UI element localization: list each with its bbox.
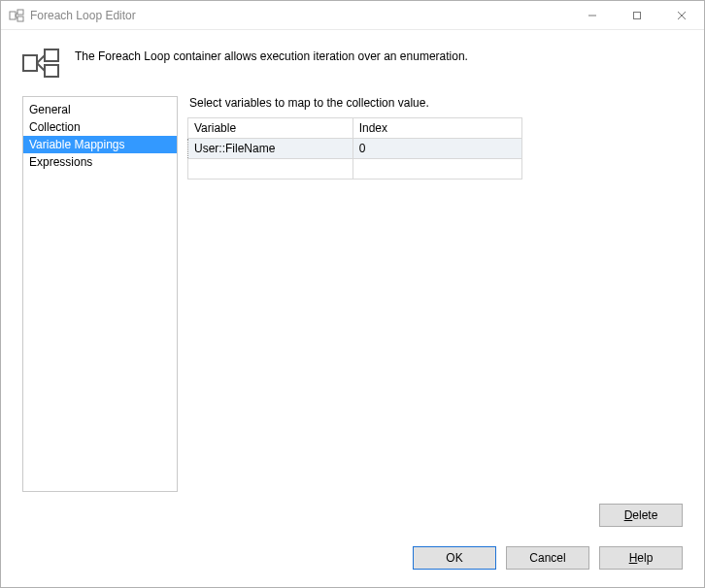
- header-description: The Foreach Loop container allows execut…: [75, 48, 468, 63]
- cell-variable[interactable]: User::FileName: [188, 139, 353, 159]
- dialog-window: Foreach Loop Editor The Foreach L: [0, 0, 705, 588]
- delete-button-rest: elete: [632, 508, 657, 522]
- titlebar: Foreach Loop Editor: [1, 1, 704, 30]
- help-button[interactable]: Help: [599, 546, 683, 570]
- cell-blank-index[interactable]: .: [352, 159, 521, 180]
- foreach-icon: [22, 48, 61, 79]
- svg-rect-10: [45, 49, 58, 61]
- svg-rect-0: [10, 12, 16, 19]
- grid-new-row[interactable]: . .: [188, 159, 522, 180]
- svg-rect-9: [23, 55, 37, 71]
- delete-button-row: Delete: [1, 498, 704, 531]
- close-button[interactable]: [659, 1, 704, 29]
- delete-button[interactable]: Delete: [599, 504, 683, 527]
- minimize-button[interactable]: [570, 1, 615, 29]
- dialog-body: General Collection Variable Mappings Exp…: [1, 86, 704, 498]
- col-header-index[interactable]: Index: [352, 118, 521, 139]
- nav-panel: General Collection Variable Mappings Exp…: [22, 96, 178, 492]
- grid-row[interactable]: User::FileName 0: [188, 139, 522, 159]
- instruction-label: Select variables to map to the collectio…: [187, 96, 683, 117]
- svg-rect-2: [17, 16, 23, 21]
- header-area: The Foreach Loop container allows execut…: [1, 30, 704, 86]
- dialog-footer: OK Cancel Help: [1, 531, 704, 587]
- cancel-button[interactable]: Cancel: [506, 546, 589, 570]
- svg-line-12: [37, 55, 45, 63]
- svg-rect-11: [45, 65, 58, 77]
- cell-blank-variable[interactable]: .: [188, 159, 353, 180]
- grid-header-row: Variable Index: [188, 118, 522, 139]
- nav-item-variable-mappings[interactable]: Variable Mappings: [23, 136, 177, 153]
- window-controls: [570, 1, 704, 29]
- main-panel: Select variables to map to the collectio…: [187, 96, 683, 492]
- mappings-grid[interactable]: Variable Index User::FileName 0 . .: [187, 117, 522, 180]
- col-header-variable[interactable]: Variable: [188, 118, 353, 139]
- svg-line-13: [37, 63, 45, 71]
- window-title: Foreach Loop Editor: [30, 9, 136, 22]
- nav-item-collection[interactable]: Collection: [23, 118, 177, 136]
- svg-rect-1: [17, 10, 23, 15]
- ok-button[interactable]: OK: [413, 546, 496, 570]
- cell-index[interactable]: 0: [352, 139, 521, 159]
- app-icon: [9, 8, 24, 23]
- maximize-button[interactable]: [615, 1, 659, 29]
- nav-item-expressions[interactable]: Expressions: [23, 153, 177, 171]
- nav-item-general[interactable]: General: [23, 101, 177, 118]
- help-button-rest: elp: [637, 551, 653, 565]
- svg-rect-6: [634, 12, 641, 18]
- mappings-grid-wrap: Variable Index User::FileName 0 . .: [187, 117, 683, 492]
